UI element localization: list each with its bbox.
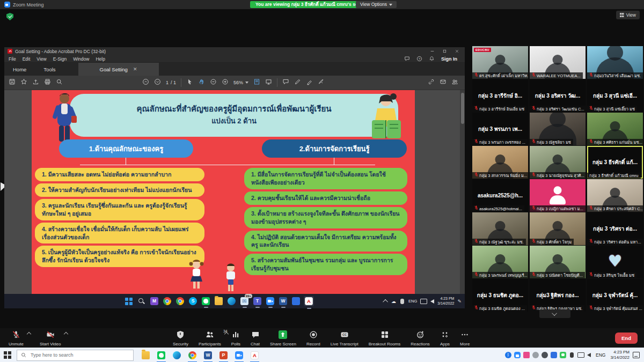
start-video-button[interactable]: Start Video [40,329,61,346]
menu-edit[interactable]: Edit [23,56,31,62]
zoom-out-icon[interactable] [210,78,217,87]
participant-tile[interactable]: กลุ่ม 3 ธีรศักดิ์ แก้...กลุ่ม 3 ธีรศักดิ… [587,146,643,179]
single-page-icon[interactable] [253,78,260,87]
page-indicator[interactable]: 1 / 1 [166,80,176,85]
clock[interactable]: 4:23 PM 3/14/2022 [610,350,630,360]
taskbar-search[interactable] [17,350,134,361]
chevron-up-icon[interactable] [64,332,68,336]
menu-help[interactable]: Help [96,56,105,62]
tray-app-icon[interactable] [551,352,557,358]
close-icon[interactable] [455,49,459,54]
participant-tile[interactable]: กลุ่ม 3 ธนชิต ภูดอ...กลุ่ม 3 ธนชิต ภูดอน… [472,279,528,312]
line-icon[interactable] [153,348,169,362]
participant-tile[interactable]: กลุ่ม 3 พรนภา เพ...กลุ่ม 3 พรนภา เพชรทอง… [472,113,528,145]
end-meeting-button[interactable]: End [615,333,638,344]
participant-tile[interactable]: กลุ่ม 3 ปณิตตา โชยปัญดี... [530,246,586,278]
participant-tile[interactable]: กลุ่ม 3 นายณัฐยุชนน สุวศิ... [530,146,586,179]
language-indicator[interactable]: ENG [596,352,605,358]
pencil-icon[interactable] [294,78,301,87]
bluetooth-icon[interactable] [505,352,511,358]
zoom-tray-icon[interactable] [514,352,521,358]
edge-icon[interactable] [228,297,236,305]
speaker-tray-icon[interactable] [587,353,591,357]
hand-icon[interactable] [198,78,205,87]
mail-icon[interactable]: 99+ [240,297,248,305]
more-button[interactable]: More [460,329,470,346]
line-icon[interactable] [202,297,210,305]
participant-tile[interactable]: asakura2525@h...asakura2525@hotmai... [472,179,528,212]
reactions-button[interactable]: Reactions [411,329,430,346]
acrobat-icon[interactable] [304,296,314,306]
microphone-tray-icon[interactable] [570,352,574,358]
tray-app-icon[interactable] [523,352,530,358]
participant-tile[interactable]: กลุ่ม 3 ศิรดา ประสพิศล้า C... [587,179,643,212]
chat-button[interactable]: Chat [251,329,260,346]
chrome-icon[interactable] [185,348,200,362]
word-icon[interactable] [200,348,216,362]
sign-in-button[interactable]: Sign In [441,56,457,62]
apps-button[interactable]: Apps [440,329,450,346]
participant-tile[interactable]: กลุ่ม3 ฐิติพร กอง...กลุ่ม3 ฐิติพร กองอาษ… [530,279,586,312]
participant-tile[interactable]: EDUCBUดร.สุชะศักดิ์ เผ่าเพ็ก มหาวิท... [472,46,528,79]
people-icon[interactable] [451,78,458,87]
tab-tools[interactable]: Tools [35,63,64,76]
zoom-level-select[interactable]: 56% [233,80,248,85]
pen-tray-icon[interactable]: ✎ [457,299,462,304]
menu-e-sign[interactable]: E-Sign [53,56,67,62]
menu-view[interactable]: View [36,56,46,62]
display-tray-icon[interactable] [577,352,584,358]
view-button[interactable]: View [616,11,640,19]
participant-tile[interactable]: กลุ่ม 3 อารีรักษ์ อิ...กลุ่ม 3 อารีรักษ์… [472,79,528,112]
speaker-tray-icon[interactable] [430,299,434,304]
meeting-info-icon[interactable] [6,13,13,20]
tab-document[interactable]: Goal Setting ✕ [78,63,159,76]
menu-file[interactable]: File [9,56,16,62]
clock[interactable]: 4:23 PM 3/14/2022 [437,297,454,306]
participant-tile[interactable]: กลุ่ม 3 วริศรา ต่อ...กลุ่ม 3 วริศรา ต่อต… [587,212,643,245]
polls-button[interactable]: Polls [231,329,240,346]
action-center-icon[interactable] [633,352,640,358]
link-icon[interactable] [428,78,435,87]
share-up-icon[interactable] [32,78,39,87]
language-indicator[interactable]: ENG [408,299,417,304]
app-blue-icon[interactable] [292,297,300,305]
tab-close-icon[interactable]: ✕ [133,67,137,72]
comment-bubble-icon[interactable] [404,56,410,62]
participant-tile[interactable]: กลุ่ม 3 สกลวรรณ พิมมิ่ง ม... [472,146,528,179]
edge-icon[interactable] [169,348,185,362]
file-explorer-icon[interactable] [215,297,223,305]
zoom-app-icon[interactable] [266,297,274,305]
app-purple-icon[interactable] [150,297,158,305]
acrobat-icon[interactable] [247,348,262,362]
scroll-view-icon[interactable] [265,78,272,87]
search-icon[interactable] [56,78,63,87]
chrome-icon[interactable] [176,297,184,305]
star-icon[interactable] [20,78,27,87]
unmute-button[interactable]: Unmute [9,329,24,346]
comment-icon[interactable] [282,78,289,87]
participant-tile[interactable]: กลุ่ม 3 จุฬารัตน์ คุ้...กลุ่ม 3 จุฬารัตน… [587,279,643,312]
page-up-icon[interactable] [142,78,149,87]
help-icon[interactable]: ? [416,56,422,62]
view-options-button[interactable]: View Options [356,1,397,8]
teams-icon[interactable] [253,297,261,305]
record-button[interactable]: Record [306,329,320,346]
participant-tile[interactable]: กลุ่ม 3 เบญิกาแต่พลชา ม... [530,179,586,212]
live-transcript-button[interactable]: CCLive Transcript [331,329,358,346]
participant-tile[interactable]: กลุ่ม 3 อริศรา วัฒ...กลุ่ม 3 อริศรา วัฒน… [530,79,586,112]
start-icon[interactable] [125,297,133,305]
page-down-icon[interactable] [154,78,161,87]
search-icon[interactable] [137,297,145,305]
participant-tile[interactable]: กลุ่ม 3 นพรพนธ์ เทพบุญเรื... [472,246,528,278]
save-icon[interactable] [9,78,16,87]
select-icon[interactable] [186,78,193,87]
chrome-icon[interactable] [163,297,171,305]
fill-sign-icon[interactable] [318,78,325,87]
onedrive-icon[interactable]: ☁ [391,299,396,304]
scrollbar-thumb[interactable] [461,93,464,124]
participant-tile[interactable]: กลุ่ม 3 ศศิธรา แก่นมั่น มช... [587,113,643,145]
breakout-rooms-button[interactable]: Breakout Rooms [369,329,401,346]
maximize-icon[interactable] [442,49,447,54]
tray-expand-icon[interactable] [383,299,388,305]
microphone-tray-icon[interactable] [400,299,404,304]
